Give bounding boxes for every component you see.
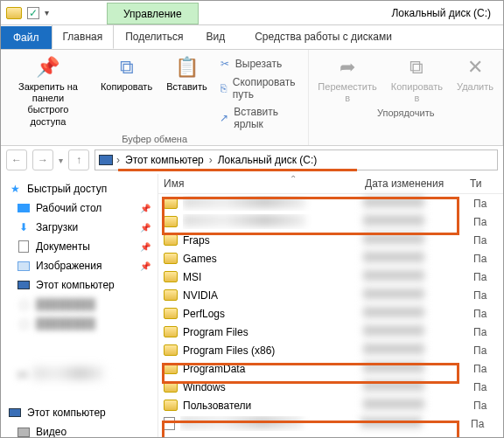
file-type: Па xyxy=(473,400,486,412)
sidebar-item-downloads[interactable]: ⬇Загрузки📌 xyxy=(4,218,154,237)
file-type: Па xyxy=(473,289,486,302)
copy-to-icon: ⧉ xyxy=(404,55,429,80)
nav-up-button[interactable]: ↑ xyxy=(68,149,89,170)
qat-dropdown-icon[interactable]: ▾ xyxy=(45,8,49,17)
file-name: Program Files xyxy=(183,326,358,338)
breadcrumb-leaf[interactable]: Локальный диск (C:) xyxy=(216,154,319,166)
clipboard-group-label: Буфер обмена xyxy=(122,132,187,144)
file-name: Fraps xyxy=(183,234,358,247)
sidebar-item-desktop[interactable]: Рабочий стол📌 xyxy=(4,198,154,218)
move-to-icon: ➦ xyxy=(335,55,360,80)
file-type: Па xyxy=(473,198,486,210)
pin-icon: 📌 xyxy=(36,55,60,80)
paste-shortcut-button[interactable]: ↗Вставить ярлык xyxy=(218,104,304,132)
pictures-icon xyxy=(18,261,30,271)
app-icon xyxy=(6,7,22,19)
contextual-tab-manage[interactable]: Управление xyxy=(107,3,199,24)
folder-icon xyxy=(164,344,178,356)
copy-icon: ⧉ xyxy=(115,55,139,80)
pin-icon: 📌 xyxy=(140,204,150,213)
column-header-date[interactable]: Дата изменения xyxy=(365,177,470,190)
file-row[interactable]: ProgramDataПа xyxy=(158,359,503,378)
delete-button[interactable]: ✕ Удалить xyxy=(453,53,497,94)
file-row[interactable]: PerfLogsПа xyxy=(158,304,503,323)
pc-icon xyxy=(18,281,30,289)
file-date xyxy=(363,233,424,244)
file-row[interactable]: Па xyxy=(158,194,503,212)
sidebar-item-videos[interactable]: Видео xyxy=(4,422,154,437)
sidebar-item-documents[interactable]: Документы📌 xyxy=(4,237,154,256)
file-name: Пользователи xyxy=(183,400,358,412)
file-row[interactable]: ПользователиПа xyxy=(158,396,503,414)
window-title: Локальный диск (C:) xyxy=(379,1,503,24)
sidebar-item-quick-access[interactable]: ★Быстрый доступ xyxy=(4,179,154,198)
share-tab[interactable]: Поделиться xyxy=(114,24,194,49)
pin-icon: 📌 xyxy=(140,242,150,252)
sidebar-item-blurred[interactable]: уд xyxy=(4,365,154,382)
pc-icon xyxy=(9,408,21,417)
sidebar-item-blurred[interactable]: ▢████████ xyxy=(4,314,154,333)
file-date xyxy=(363,197,424,207)
copy-path-icon: ⎘ xyxy=(218,81,229,95)
file-row[interactable]: GamesПа xyxy=(158,249,503,268)
copy-button[interactable]: ⧉ Копировать xyxy=(97,53,156,94)
copy-path-button[interactable]: ⎘Скопировать путь xyxy=(218,74,304,102)
folder-icon xyxy=(164,326,178,337)
sort-indicator-icon: ⌃ xyxy=(290,174,297,184)
column-header-name[interactable]: Имя xyxy=(164,177,365,190)
sidebar-item-blurred[interactable]: ▢████████ xyxy=(4,295,154,314)
file-row[interactable]: MSIПа xyxy=(158,268,503,286)
nav-back-button[interactable]: ← xyxy=(6,149,27,170)
pin-icon: 📌 xyxy=(140,223,150,233)
file-date xyxy=(363,325,424,336)
folder-icon xyxy=(164,381,178,393)
address-bar[interactable]: › Этот компьютер › Локальный диск (C:) xyxy=(94,149,498,170)
file-date xyxy=(363,289,424,299)
sidebar-item-pictures[interactable]: Изображения📌 xyxy=(4,256,154,275)
sidebar-item-this-pc-section[interactable]: Этот компьютер xyxy=(4,403,154,422)
file-row[interactable]: Па xyxy=(158,414,503,433)
breadcrumb-root[interactable]: Этот компьютер xyxy=(123,154,206,166)
file-name: MSI xyxy=(183,271,358,283)
file-type: Па xyxy=(473,234,486,247)
paste-icon: 📋 xyxy=(174,55,199,80)
column-header-type[interactable]: Ти xyxy=(470,177,482,190)
breadcrumb-sep-icon: › xyxy=(209,154,213,166)
file-date xyxy=(363,252,424,262)
nav-forward-button[interactable]: → xyxy=(32,149,53,170)
pin-to-quick-access-button[interactable]: 📌 Закрепить на панели быстрого доступа xyxy=(6,53,90,129)
folder-icon xyxy=(164,253,178,264)
cut-button[interactable]: ✂Вырезать xyxy=(218,55,304,73)
file-row[interactable]: FrapsПа xyxy=(158,231,503,249)
file-row[interactable]: WindowsПа xyxy=(158,378,503,396)
drive-tools-tab[interactable]: Средства работы с дисками xyxy=(243,24,403,49)
file-date xyxy=(363,270,424,281)
pin-icon: 📌 xyxy=(140,261,150,271)
paste-button[interactable]: 📋 Вставить xyxy=(163,53,211,94)
file-row[interactable]: Program Files (x86)Па xyxy=(158,341,503,359)
file-row[interactable]: Па xyxy=(158,212,503,231)
file-type: Па xyxy=(473,216,486,228)
file-date xyxy=(363,344,424,354)
file-name: Games xyxy=(183,253,358,265)
file-list: Имя ⌃ Дата изменения Ти ПаПаFrapsПаGames… xyxy=(158,174,503,437)
sidebar-item-this-pc[interactable]: Этот компьютер xyxy=(4,275,154,295)
copy-to-button[interactable]: ⧉ Копировать в xyxy=(388,53,446,106)
move-to-button[interactable]: ➦ Переместить в xyxy=(314,53,380,106)
videos-icon xyxy=(18,428,30,437)
file-tab[interactable]: Файл xyxy=(1,26,52,49)
file-row[interactable]: Program FilesПа xyxy=(158,323,503,341)
file-row[interactable]: NVIDIAПа xyxy=(158,286,503,304)
file-type: Па xyxy=(473,381,486,393)
organize-group-label: Упорядочить xyxy=(377,106,434,118)
breadcrumb-sep-icon: › xyxy=(116,154,120,166)
home-tab[interactable]: Главная xyxy=(52,24,115,49)
folder-icon xyxy=(164,216,178,227)
qat-properties-icon[interactable]: ✓ xyxy=(27,7,39,19)
file-type: Па xyxy=(473,344,486,357)
folder-icon xyxy=(164,271,178,282)
file-name: NVIDIA xyxy=(183,289,358,302)
view-tab[interactable]: Вид xyxy=(194,24,236,49)
file-name: ProgramData xyxy=(183,363,358,375)
nav-history-dropdown[interactable]: ▾ xyxy=(59,156,63,165)
